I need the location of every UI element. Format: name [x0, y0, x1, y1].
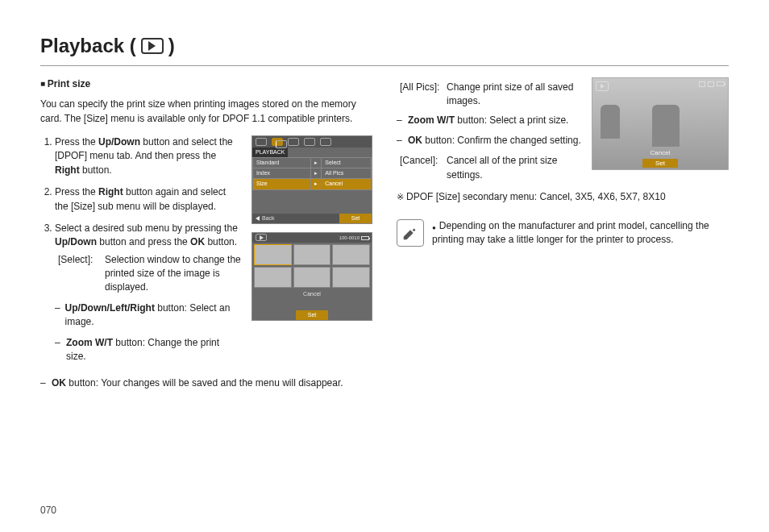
select-text: Selection window to change the printed s…: [105, 253, 242, 295]
page-title: Playback ( ): [40, 32, 729, 66]
step-3: Select a desired sub menu by pressing th…: [55, 222, 242, 364]
title-prefix: Playback (: [40, 32, 136, 60]
thumbnail: [293, 244, 331, 265]
set-button: Set: [296, 310, 328, 320]
cancel-opt-text: Cancel all of the print size settings.: [447, 154, 585, 182]
thumbnail-screen-mock: 100-0010 Cancel Set: [251, 232, 372, 321]
note-pen-icon: [397, 219, 424, 247]
indicator-icon: [708, 81, 714, 87]
allpics-label: [All Pics]:: [400, 81, 447, 109]
allpics-text: Change print size of all saved images.: [447, 81, 585, 109]
person-silhouette: [652, 105, 680, 147]
indicator-icon: [699, 81, 705, 87]
play-icon: [141, 38, 164, 54]
back-arrow-icon: [256, 216, 260, 221]
menu-table: Standard▸Select Index▸All Pics Size▸Canc…: [252, 157, 372, 189]
play-icon: [596, 81, 609, 91]
thumbnail: [332, 267, 370, 288]
play-icon: [256, 234, 267, 241]
thumbnail: [254, 244, 292, 265]
note-text: Depending on the manufacturer and print …: [432, 219, 729, 247]
screen-header: PLAYBACK: [252, 148, 288, 157]
person-silhouette: [601, 105, 620, 139]
udlr-line: Up/Down/Left/Right button: Select an ima…: [65, 301, 242, 330]
cancel-label: Cancel: [252, 290, 372, 298]
step-1: Press the Up/Down button and select the …: [55, 135, 242, 177]
tab-icon: [320, 138, 331, 146]
screen-tab-bar: [252, 136, 372, 148]
battery-icon: [717, 81, 725, 86]
set-button: Set: [642, 159, 678, 168]
zoom-line: Zoom W/T button: Change the print size.: [66, 336, 242, 364]
menu-screen-mock: PLAYBACK Standard▸Select Index▸All Pics …: [251, 135, 372, 224]
tab-icon: [304, 138, 315, 146]
tab-icon: [288, 138, 299, 146]
section-intro: You can specify the print size when prin…: [40, 98, 372, 126]
tab-icon: [256, 138, 267, 146]
cancel-opt-label: [Cancel]:: [400, 154, 447, 182]
battery-icon: [361, 236, 369, 240]
step-2: Press the Right button again and select …: [55, 185, 242, 214]
select-label: [Select]:: [58, 253, 105, 295]
page-number: 070: [40, 504, 56, 517]
photo-screen-mock: Cancel Set: [592, 77, 729, 170]
zoom-select-line: Zoom W/T button: Select a print size.: [408, 114, 568, 127]
thumbnail-grid: [252, 243, 372, 289]
section-heading: Print size: [40, 77, 372, 91]
thumbnail: [254, 267, 292, 288]
title-suffix: ): [168, 32, 175, 60]
file-counter: 100-0010: [339, 235, 360, 242]
ok-line: OK button: Your changes will be saved an…: [52, 376, 343, 390]
thumbnail: [293, 267, 331, 288]
tab-icon: [272, 138, 283, 146]
set-button: Set: [339, 214, 372, 223]
secondary-menu-note: DPOF [Size] secondary menu: Cancel, 3X5,…: [397, 190, 729, 204]
ok-confirm-line: OK button: Confirm the changed setting.: [408, 134, 581, 148]
cancel-label: Cancel: [592, 148, 728, 158]
thumbnail: [332, 244, 370, 265]
back-label: Back: [262, 214, 275, 222]
